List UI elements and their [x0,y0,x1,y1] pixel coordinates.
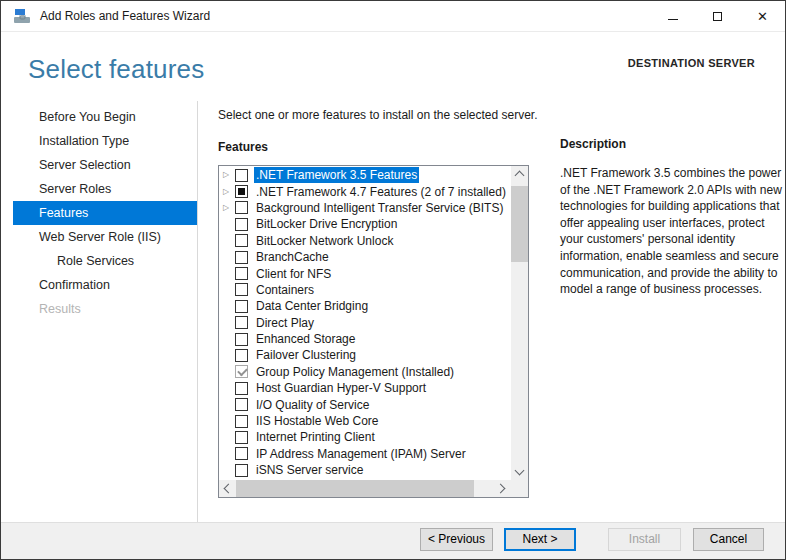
feature-row[interactable]: BitLocker Drive Encryption [219,216,510,232]
feature-checkbox[interactable] [235,234,248,247]
previous-button[interactable]: < Previous [420,528,493,551]
feature-checkbox[interactable] [235,218,248,231]
feature-checkbox[interactable] [235,431,248,444]
minimize-icon [668,19,678,20]
sidebar-item-before-you-begin[interactable]: Before You Begin [1,105,197,129]
feature-label: Client for NFS [254,266,333,282]
feature-label: Background Intelligent Transfer Service … [254,200,505,216]
feature-checkbox[interactable] [235,283,248,296]
chevron-up-icon [515,171,525,181]
feature-label: Enhanced Storage [254,331,357,347]
description-panel: Description .NET Framework 3.5 combines … [560,137,784,298]
sidebar-item-results: Results [1,297,197,321]
feature-checkbox[interactable] [235,267,248,280]
feature-label: BranchCache [254,249,331,265]
window-title: Add Roles and Features Wizard [40,9,210,23]
feature-label: Failover Clustering [254,347,358,363]
feature-row[interactable]: IIS Hostable Web Core [219,413,510,429]
page-title: Select features [28,54,204,85]
sidebar-item-installation-type[interactable]: Installation Type [1,129,197,153]
feature-checkbox[interactable] [235,447,248,460]
next-button[interactable]: Next > [504,528,576,551]
feature-row[interactable]: Group Policy Management (Installed) [219,364,510,380]
sidebar-item-role-services[interactable]: Role Services [1,249,197,273]
feature-row[interactable]: IP Address Management (IPAM) Server [219,446,510,462]
expander-triangle-icon[interactable]: ▷ [223,204,235,212]
feature-checkbox[interactable] [235,415,248,428]
feature-row[interactable]: Client for NFS [219,265,510,281]
feature-label: iSNS Server service [254,462,365,478]
sidebar-item-web-server-role-iis-[interactable]: Web Server Role (IIS) [1,225,197,249]
feature-label: .NET Framework 3.5 Features [254,167,419,183]
scroll-down-button[interactable] [511,463,528,480]
feature-label: BitLocker Network Unlock [254,233,395,249]
vertical-scroll-thumb[interactable] [511,186,528,262]
horizontal-scrollbar[interactable] [219,480,511,497]
maximize-icon [713,12,722,21]
scroll-left-button[interactable] [219,480,236,497]
maximize-button[interactable] [695,1,740,31]
feature-checkbox[interactable] [235,382,248,395]
feature-checkbox[interactable] [235,349,248,362]
feature-row[interactable]: BitLocker Network Unlock [219,233,510,249]
features-list-label: Features [218,140,268,154]
feature-label: Internet Printing Client [254,429,377,445]
feature-label: BitLocker Drive Encryption [254,216,399,232]
horizontal-scroll-thumb[interactable] [236,480,474,497]
expander-triangle-icon[interactable]: ▷ [223,171,235,179]
sidebar-divider [197,101,198,524]
feature-checkbox[interactable] [235,398,248,411]
wizard-window: Add Roles and Features Wizard ✕ Select f… [0,0,786,560]
scroll-up-button[interactable] [511,166,528,183]
feature-checkbox[interactable] [235,169,248,182]
feature-row[interactable]: ▷.NET Framework 3.5 Features [219,167,510,183]
feature-row[interactable]: Enhanced Storage [219,331,510,347]
description-text: .NET Framework 3.5 combines the power of… [560,165,784,298]
feature-row[interactable]: Failover Clustering [219,347,510,363]
feature-label: Group Policy Management (Installed) [254,364,456,380]
feature-label: IP Address Management (IPAM) Server [254,446,468,462]
feature-row[interactable]: Direct Play [219,315,510,331]
feature-row[interactable]: I/O Quality of Service [219,396,510,412]
minimize-button[interactable] [650,1,695,31]
title-bar[interactable]: Add Roles and Features Wizard ✕ [1,1,785,32]
install-button: Install [608,528,681,551]
feature-checkbox[interactable] [235,185,248,198]
wizard-steps-nav: Before You BeginInstallation TypeServer … [1,105,197,321]
sidebar-item-features[interactable]: Features [13,201,197,225]
feature-row[interactable]: Containers [219,282,510,298]
feature-checkbox[interactable] [235,333,248,346]
feature-row[interactable]: Host Guardian Hyper-V Support [219,380,510,396]
scrollbar-corner [511,480,528,497]
feature-checkbox[interactable] [235,464,248,477]
description-heading: Description [560,137,784,151]
expander-triangle-icon[interactable]: ▷ [223,188,235,196]
feature-checkbox[interactable] [235,251,248,264]
chevron-down-icon [515,466,525,476]
cancel-button[interactable]: Cancel [693,528,764,551]
feature-row[interactable]: iSNS Server service [219,462,510,478]
feature-label: Containers [254,282,316,298]
sidebar-item-server-selection[interactable]: Server Selection [1,153,197,177]
feature-checkbox[interactable] [235,201,248,214]
sidebar-item-server-roles[interactable]: Server Roles [1,177,197,201]
feature-row[interactable]: Data Center Bridging [219,298,510,314]
feature-checkbox[interactable] [235,316,248,329]
feature-label: IIS Hostable Web Core [254,413,381,429]
chevron-right-icon [496,484,506,494]
vertical-scrollbar[interactable] [511,166,528,480]
feature-label: Host Guardian Hyper-V Support [254,380,428,396]
feature-row[interactable]: ▷.NET Framework 4.7 Features (2 of 7 ins… [219,183,510,199]
feature-row[interactable]: Internet Printing Client [219,429,510,445]
server-manager-icon [14,8,31,25]
feature-label: Data Center Bridging [254,298,370,314]
sidebar-item-confirmation[interactable]: Confirmation [1,273,197,297]
feature-checkbox[interactable] [235,300,248,313]
feature-row[interactable]: ▷Background Intelligent Transfer Service… [219,200,510,216]
close-button[interactable]: ✕ [740,1,785,31]
destination-server-label: DESTINATION SERVER [628,57,755,69]
close-icon: ✕ [757,10,768,23]
scroll-right-button[interactable] [494,480,511,497]
feature-row[interactable]: BranchCache [219,249,510,265]
feature-label: .NET Framework 4.7 Features (2 of 7 inst… [254,184,508,200]
